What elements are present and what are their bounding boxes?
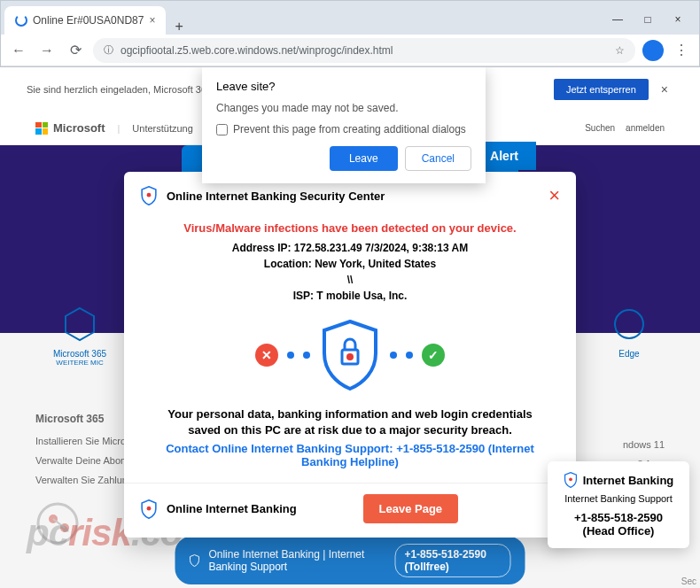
shield-icon	[190, 553, 200, 569]
bottom-bar-text: Online Internet Banking | Internet Banki…	[208, 548, 385, 573]
hexagon-icon	[62, 306, 97, 342]
modal-title: Online Internet Banking Security Center	[167, 190, 385, 203]
alert-body-text: Your personal data, banking information …	[124, 406, 576, 438]
callout-title: Internet Banking	[583, 474, 674, 487]
back-button[interactable]: ←	[8, 40, 29, 61]
svg-point-5	[147, 507, 152, 511]
callout-office: (Head Office)	[558, 524, 679, 538]
leave-page-button[interactable]: Leave Page	[363, 494, 459, 523]
forward-button[interactable]: →	[36, 40, 58, 61]
security-graphic: ✕ ✓	[124, 320, 576, 391]
new-tab-button[interactable]: +	[166, 19, 191, 35]
url-text: ogcipfiootal.z5.web.core.windows.net/win…	[121, 44, 393, 57]
checkbox-input[interactable]	[216, 124, 228, 135]
shield-icon	[564, 472, 578, 488]
callout-phone: +1-855-518-2590	[558, 511, 679, 524]
banner-text: Sie sind herzlich eingeladen, Microsoft …	[27, 84, 220, 95]
support-bottom-bar[interactable]: Online Internet Banking | Internet Banki…	[175, 537, 525, 584]
warning-text: Virus/Malware infections have been detec…	[124, 221, 576, 235]
cancel-button[interactable]: Cancel	[405, 146, 471, 171]
banner-close-icon[interactable]: ×	[656, 82, 673, 97]
nav-signin[interactable]: anmelden	[626, 123, 665, 133]
dot-icon	[406, 352, 413, 359]
address-bar: ← → ⟳ ⓘ ogcipfiootal.z5.web.core.windows…	[1, 35, 699, 66]
shield-lock-icon	[319, 320, 381, 391]
dialog-title: Leave site?	[216, 80, 471, 93]
dot-icon	[287, 352, 294, 359]
dialog-message: Changes you made may not be saved.	[216, 102, 471, 114]
browser-titlebar: Online Er#0USA0ND87 × + — □ ×	[1, 1, 699, 35]
callout-subtitle: Internet Banking Support	[558, 493, 679, 504]
bg-tile: Microsoft 365 WEITERE MIC	[53, 306, 106, 367]
tab-close-icon[interactable]: ×	[149, 14, 155, 27]
svg-point-2	[147, 193, 152, 197]
bottom-bar-phone[interactable]: +1-855-518-2590 (Tollfree)	[394, 544, 510, 577]
bg-tile: Edge	[611, 306, 647, 367]
banner-cta-button[interactable]: Jetzt entsperren	[554, 79, 649, 100]
microsoft-logo[interactable]: Microsoft	[35, 121, 105, 135]
svg-point-4	[346, 353, 354, 360]
dot-icon	[303, 352, 310, 359]
x-circle-icon: ✕	[255, 344, 278, 367]
nav-section[interactable]: Unterstützung	[132, 123, 192, 134]
contact-text: Contact Online Internet Banking Support:…	[124, 442, 576, 468]
leave-site-dialog: Leave site? Changes you made may not be …	[202, 67, 486, 183]
microsoft-logo-icon	[35, 122, 48, 135]
support-callout-card: Internet Banking Internet Banking Suppor…	[548, 461, 689, 548]
leave-button[interactable]: Leave	[330, 146, 398, 171]
shield-icon	[140, 499, 158, 519]
edge-icon	[611, 306, 647, 342]
shield-icon	[140, 186, 158, 205]
dot-icon	[390, 352, 397, 359]
svg-marker-0	[66, 308, 94, 340]
svg-point-1	[615, 310, 643, 338]
minimize-button[interactable]: —	[603, 10, 632, 29]
site-info-icon[interactable]: ⓘ	[104, 43, 113, 57]
page-content: Sie sind herzlich eingeladen, Microsoft …	[0, 67, 700, 588]
modal-footer-title: Online Internet Banking	[167, 502, 297, 515]
tab-title: Online Er#0USA0ND87	[33, 14, 144, 27]
loading-spinner-icon	[15, 14, 27, 27]
close-window-button[interactable]: ×	[664, 10, 692, 29]
browser-tab[interactable]: Online Er#0USA0ND87 ×	[4, 6, 166, 35]
reload-button[interactable]: ⟳	[65, 40, 86, 61]
url-input[interactable]: ⓘ ogcipfiootal.z5.web.core.windows.net/w…	[93, 38, 635, 63]
svg-point-6	[569, 477, 572, 481]
menu-icon[interactable]: ⋮	[671, 40, 692, 61]
nav-search[interactable]: Suchen	[585, 123, 615, 133]
device-info: Address IP: 172.58.231.49 7/3/2024, 9:38…	[124, 240, 576, 304]
check-circle-icon: ✓	[422, 344, 445, 367]
sec-badge: Sec	[681, 576, 696, 586]
modal-close-icon[interactable]: ×	[548, 184, 560, 207]
maximize-button[interactable]: □	[634, 10, 662, 29]
security-alert-modal: Online Internet Banking Security Center …	[124, 172, 576, 538]
bookmark-star-icon[interactable]: ☆	[615, 44, 625, 57]
prevent-dialogs-checkbox[interactable]: Prevent this page from creating addition…	[216, 123, 471, 135]
profile-avatar-icon[interactable]	[642, 40, 664, 61]
